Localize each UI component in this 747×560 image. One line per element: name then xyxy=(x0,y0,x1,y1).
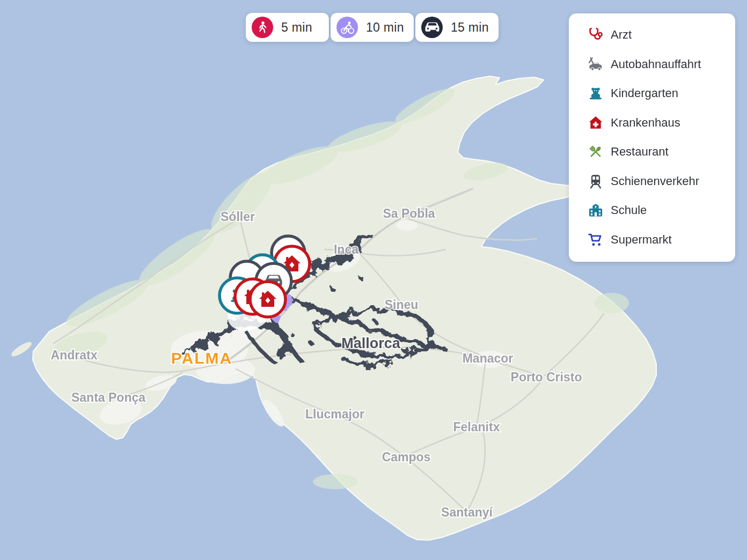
map-label-sineu: Sineu xyxy=(385,298,419,312)
map-label-sóller: Sóller xyxy=(221,210,255,224)
supermarkt-icon xyxy=(588,232,604,248)
travel-time-car[interactable]: 15 min xyxy=(415,13,499,42)
legend-label: Supermarkt xyxy=(611,233,672,247)
car-icon xyxy=(421,17,443,38)
kindergarten-icon xyxy=(588,85,604,101)
legend-label: Schienenverkehr xyxy=(611,174,699,188)
legend-item-schule[interactable]: Schule xyxy=(569,196,735,225)
autobahnauffahrt-icon xyxy=(588,56,604,72)
legend-label: Autobahnauffahrt xyxy=(611,57,701,71)
bike-time-label: 10 min xyxy=(366,20,404,35)
map-label-manacor: Manacor xyxy=(463,351,514,365)
legend-label: Kindergarten xyxy=(611,86,678,100)
map-label-santanyí: Santanyí xyxy=(441,505,493,519)
walk-icon xyxy=(252,17,273,38)
bike-icon xyxy=(336,17,358,38)
legend-item-restaurant[interactable]: Restaurant xyxy=(569,137,735,167)
map-label-porto-cristo: Porto Cristo xyxy=(511,370,582,384)
legend-item-krankenhaus[interactable]: Krankenhaus xyxy=(569,108,735,138)
arzt-icon xyxy=(588,27,604,43)
map-label-llucmajor: Llucmajor xyxy=(305,407,364,421)
map-label-felanitx: Felanitx xyxy=(453,420,500,434)
map-label-dot xyxy=(368,329,372,334)
legend-item-arzt[interactable]: Arzt xyxy=(569,20,735,50)
map-label-santa-ponça: Santa Ponça xyxy=(71,390,145,404)
schule-icon xyxy=(588,202,604,218)
krankenhaus-icon xyxy=(588,115,604,131)
map-label-campos: Campos xyxy=(382,450,431,464)
legend-label: Schule xyxy=(611,203,647,217)
map-label-mallorca: Mallorca xyxy=(341,335,401,351)
legend-item-autobahnauffahrt[interactable]: Autobahnauffahrt xyxy=(569,50,735,79)
travel-time-bike[interactable]: 10 min xyxy=(331,13,414,42)
schienenverkehr-icon xyxy=(588,173,604,189)
legend-item-supermarkt[interactable]: Supermarkt xyxy=(569,225,735,255)
map-label-palma: PALMA xyxy=(171,349,232,367)
legend-label: Krankenhaus xyxy=(611,116,680,130)
map-label-sa-pobla: Sa Pobla xyxy=(383,207,435,220)
legend-label: Arzt xyxy=(611,28,632,42)
legend-item-schienenverkehr[interactable]: Schienenverkehr xyxy=(569,167,735,196)
travel-time-walk[interactable]: 5 min xyxy=(246,13,329,42)
legend-label: Restaurant xyxy=(611,145,669,159)
map-label-inca: Inca xyxy=(334,242,358,256)
walk-time-label: 5 min xyxy=(281,20,312,35)
legend-item-kindergarten[interactable]: Kindergarten xyxy=(569,79,735,108)
travel-time-toolbar: 5 min 10 min 15 min xyxy=(246,13,499,42)
map-label-andratx: Andratx xyxy=(51,348,98,362)
poi-legend-panel: Arzt Autobahnauffahrt xyxy=(569,13,735,262)
car-time-label: 15 min xyxy=(451,20,489,35)
restaurant-icon xyxy=(588,144,604,160)
